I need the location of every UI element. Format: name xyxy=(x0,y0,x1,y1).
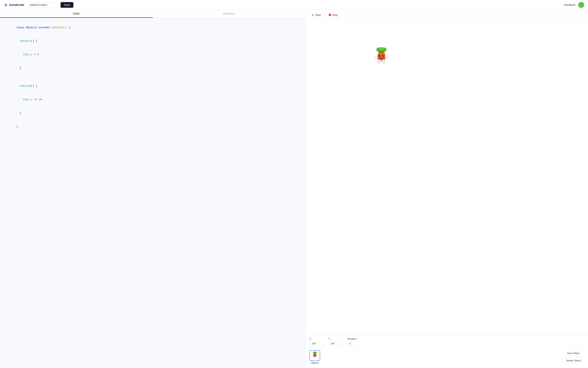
svg-rect-6 xyxy=(378,53,385,57)
svg-point-4 xyxy=(379,47,384,50)
code-line-9: } xyxy=(4,120,302,133)
properties-panel: X Y Rotation xyxy=(306,335,588,368)
stop-button[interactable]: Stop xyxy=(326,12,340,18)
coords-row: X Y Rotation xyxy=(309,337,584,346)
svg-point-20 xyxy=(314,351,316,353)
y-input[interactable] xyxy=(328,341,344,346)
x-label: X xyxy=(309,337,325,340)
game-canvas[interactable] xyxy=(306,20,588,335)
svg-point-14 xyxy=(382,61,386,64)
code-line-7: this.x += 20 xyxy=(4,93,302,106)
code-line-4: } xyxy=(4,61,302,75)
objects-list: Object1 xyxy=(309,350,320,364)
svg-point-23 xyxy=(314,355,315,355)
user-avatar[interactable] xyxy=(578,2,584,8)
new-object-button[interactable]: New Object xyxy=(563,350,584,356)
svg-point-30 xyxy=(316,355,318,356)
code-line-5 xyxy=(4,75,302,80)
code-editor[interactable]: class Object1 extends GameObject { onSta… xyxy=(0,18,306,368)
left-panel: Editor Reference class Object1 extends G… xyxy=(0,10,306,368)
rotation-label: Rotation xyxy=(347,337,363,340)
tab-reference[interactable]: Reference xyxy=(153,10,306,18)
nav-left: AstralCode Save xyxy=(4,2,73,8)
x-input[interactable] xyxy=(309,341,325,346)
feedback-link[interactable]: Feedback xyxy=(564,3,576,6)
tab-bar: Editor Reference xyxy=(0,10,306,18)
object-thumbnail-1 xyxy=(309,350,320,361)
save-button[interactable]: Save xyxy=(60,2,73,8)
svg-point-29 xyxy=(312,355,313,356)
object-actions: New Object Delete Object xyxy=(563,350,584,363)
svg-point-15 xyxy=(375,56,378,59)
stop-icon xyxy=(329,14,331,16)
x-field: X xyxy=(309,337,325,346)
main-layout: Editor Reference class Object1 extends G… xyxy=(0,10,588,368)
svg-point-9 xyxy=(380,55,380,56)
object-area: Object1 New Object Delete Object xyxy=(309,349,584,366)
svg-rect-22 xyxy=(313,354,316,356)
object-name-1: Object1 xyxy=(311,362,318,364)
rotation-field: Rotation xyxy=(347,337,363,346)
svg-point-27 xyxy=(313,357,315,358)
start-button[interactable]: ▶ Start xyxy=(309,12,324,18)
code-line-6: onClick() { xyxy=(4,79,302,93)
rotation-input[interactable] xyxy=(347,341,363,346)
object-thumbnail-sprite xyxy=(311,351,318,360)
code-line-2: onStart() { xyxy=(4,34,302,48)
y-field: Y xyxy=(328,337,344,346)
app-name: AstralCode xyxy=(9,3,24,6)
logo-area: AstralCode xyxy=(4,3,24,7)
svg-point-24 xyxy=(315,355,316,355)
game-character xyxy=(372,47,391,67)
top-navigation: AstralCode Save Feedback xyxy=(0,0,588,10)
code-line-8: } xyxy=(4,106,302,120)
svg-point-8 xyxy=(382,55,384,56)
code-line-1: class Object1 extends GameObject { xyxy=(4,21,302,34)
right-panel: ▶ Start Stop xyxy=(306,10,588,368)
project-name-input[interactable] xyxy=(27,2,58,8)
y-label: Y xyxy=(328,337,344,340)
stop-label: Stop xyxy=(332,13,338,17)
run-controls: ▶ Start Stop xyxy=(306,10,588,20)
delete-object-button[interactable]: Delete Object xyxy=(563,358,584,363)
logo-icon xyxy=(4,3,8,7)
character-sprite xyxy=(372,47,391,67)
svg-point-28 xyxy=(315,357,317,358)
code-line-3: this.x = 0 xyxy=(4,48,302,61)
svg-point-16 xyxy=(385,56,388,59)
object-item-1[interactable]: Object1 xyxy=(309,350,320,364)
svg-point-10 xyxy=(383,55,384,56)
svg-point-7 xyxy=(379,55,380,56)
svg-point-13 xyxy=(377,61,381,64)
nav-right: Feedback xyxy=(564,2,584,8)
play-icon: ▶ xyxy=(312,14,314,16)
tab-editor[interactable]: Editor xyxy=(0,10,153,18)
svg-point-0 xyxy=(5,4,6,6)
start-label: Start xyxy=(315,13,321,17)
